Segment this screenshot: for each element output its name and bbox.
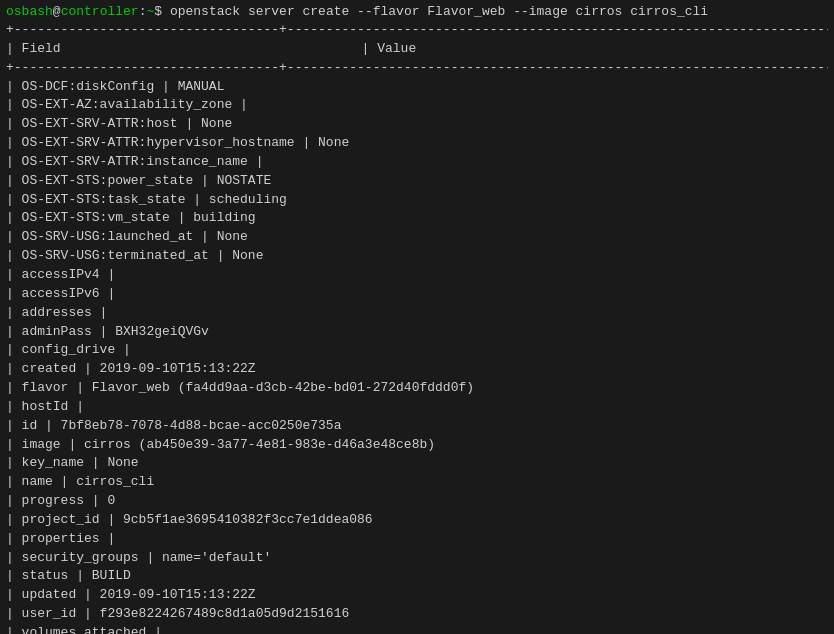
table-row: | accessIPv4 | xyxy=(6,266,828,285)
prompt-at: @ xyxy=(53,4,61,19)
header-value: Value xyxy=(377,40,416,59)
terminal: osbash@controller:~$ openstack server cr… xyxy=(0,0,834,634)
table-row: | OS-EXT-SRV-ATTR:host | None xyxy=(6,115,828,134)
separator-top: +----------------------------------+----… xyxy=(6,21,828,40)
table-row: | accessIPv6 | xyxy=(6,285,828,304)
separator-mid: +----------------------------------+----… xyxy=(6,59,828,78)
table-row: | OS-EXT-SRV-ATTR:hypervisor_hostname | … xyxy=(6,134,828,153)
table-row: | OS-EXT-STS:task_state | scheduling xyxy=(6,191,828,210)
table-row: | addresses | xyxy=(6,304,828,323)
table-row: | OS-EXT-STS:vm_state | building xyxy=(6,209,828,228)
table-row: | OS-SRV-USG:terminated_at | None xyxy=(6,247,828,266)
table-row: | OS-EXT-SRV-ATTR:instance_name | xyxy=(6,153,828,172)
table-row: | config_drive | xyxy=(6,341,828,360)
table-row: | adminPass | BXH32geiQVGv xyxy=(6,323,828,342)
table-header: | Field| Value xyxy=(6,40,828,59)
table-row: | created | 2019-09-10T15:13:22Z xyxy=(6,360,828,379)
command-prompt: osbash@controller:~$ openstack server cr… xyxy=(0,0,834,21)
table-row: | key_name | None xyxy=(6,454,828,473)
table-row: | volumes_attached | xyxy=(6,624,828,634)
table-row: | OS-EXT-STS:power_state | NOSTATE xyxy=(6,172,828,191)
prompt-command: openstack server create --flavor Flavor_… xyxy=(170,4,708,19)
table-row: | progress | 0 xyxy=(6,492,828,511)
table-row: | hostId | xyxy=(6,398,828,417)
table-row: | OS-SRV-USG:launched_at | None xyxy=(6,228,828,247)
table-row: | properties | xyxy=(6,530,828,549)
header-field: Field xyxy=(22,40,362,59)
table-row: | status | BUILD xyxy=(6,567,828,586)
table-row: | OS-DCF:diskConfig | MANUAL xyxy=(6,78,828,97)
table-row: | image | cirros (ab450e39-3a77-4e81-983… xyxy=(6,436,828,455)
prompt-user: osbash xyxy=(6,4,53,19)
table-row: | id | 7bf8eb78-7078-4d88-bcae-acc0250e7… xyxy=(6,417,828,436)
prompt-host: controller xyxy=(61,4,139,19)
table-row: | project_id | 9cb5f1ae3695410382f3cc7e1… xyxy=(6,511,828,530)
table-body: | OS-DCF:diskConfig | MANUAL | OS-EXT-AZ… xyxy=(6,78,828,634)
table-row: | flavor | Flavor_web (fa4dd9aa-d3cb-42b… xyxy=(6,379,828,398)
prompt-dollar: $ xyxy=(154,4,170,19)
table-row: | OS-EXT-AZ:availability_zone | xyxy=(6,96,828,115)
table-row: | security_groups | name='default' xyxy=(6,549,828,568)
table-row: | name | cirros_cli xyxy=(6,473,828,492)
output-table: +----------------------------------+----… xyxy=(0,21,834,634)
table-row: | user_id | f293e8224267489c8d1a05d9d215… xyxy=(6,605,828,624)
table-row: | updated | 2019-09-10T15:13:22Z xyxy=(6,586,828,605)
